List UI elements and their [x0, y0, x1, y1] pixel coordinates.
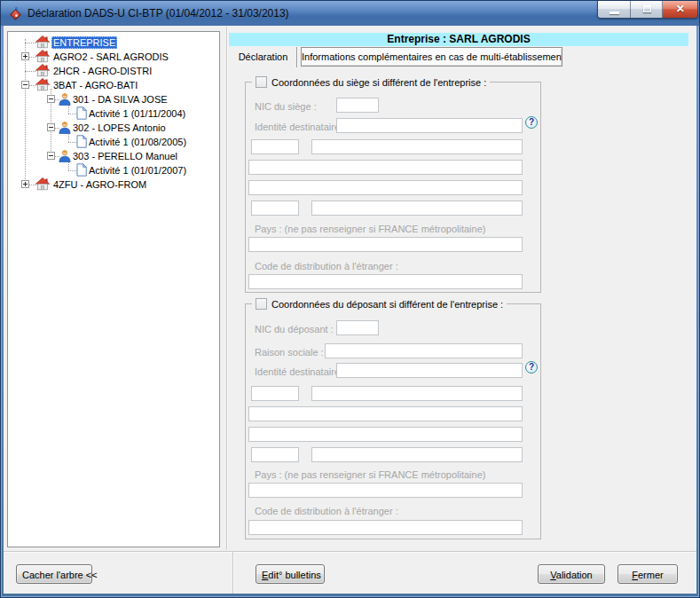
siege-pays-label: Pays : (ne pas renseigner si FRANCE métr… — [255, 224, 485, 234]
siege-nic-input[interactable] — [336, 98, 379, 113]
siege-identite-label: Identité destinataire : — [255, 122, 345, 132]
window-title: Déclaration DADS-U CI-BTP (01/04/2012 - … — [28, 1, 289, 26]
activity-icon — [76, 163, 87, 178]
siege-codepostal-input[interactable] — [251, 201, 299, 216]
siege-adresse-voie-input[interactable] — [311, 139, 523, 154]
deposant-raison-input[interactable] — [325, 343, 523, 358]
siege-code-distribution-label: Code de distribution à l'étranger : — [255, 261, 398, 271]
tree-row[interactable]: 301 - DA SILVA JOSE — [8, 92, 219, 106]
deposant-commune-input[interactable] — [311, 447, 523, 462]
deposant-identite-input[interactable] — [336, 363, 523, 378]
deposant-legend-label: Coordonnées du déposant si différent de … — [271, 299, 503, 310]
help-icon[interactable]: ? — [525, 361, 538, 374]
deposant-legend: Coordonnées du déposant si différent de … — [252, 297, 507, 311]
activity-icon — [76, 135, 87, 150]
employee-icon — [59, 149, 71, 164]
deposant-checkbox[interactable] — [256, 298, 267, 310]
tree-row[interactable]: 3BAT - AGRO-BATI — [8, 78, 219, 92]
caption-buttons: ✕ — [597, 1, 698, 19]
tree-row[interactable]: 303 - PERELLO Manuel — [8, 149, 219, 163]
footer-separator — [4, 551, 696, 552]
tab-infos-complementaires[interactable]: Informations complémentaires en cas de m… — [301, 47, 562, 67]
tree-item-salarie[interactable]: 303 - PERELLO Manuel — [71, 150, 179, 162]
tree-item-entreprise[interactable]: ENTREPRISE — [51, 36, 117, 49]
employee-icon — [59, 92, 71, 107]
tree-item-salarie[interactable]: 302 - LOPES Antonio — [71, 122, 168, 134]
panel-splitter — [226, 27, 227, 550]
tree-item-etablissement[interactable]: 4ZFU - AGRO-FROM — [51, 178, 148, 191]
siege-adresse-ligne3-input[interactable] — [248, 180, 523, 195]
siege-adresse-ligne2-input[interactable] — [248, 160, 523, 175]
siege-identite-input[interactable] — [336, 118, 523, 133]
tree-row[interactable]: Activité 1 (01/11/2004) — [8, 106, 219, 121]
tree-item-salarie[interactable]: 301 - DA SILVA JOSE — [71, 93, 169, 106]
close-button[interactable]: ✕ — [663, 1, 697, 18]
deposant-nic-input[interactable] — [336, 320, 379, 335]
deposant-adresse-ligne2-input[interactable] — [248, 406, 523, 421]
deposant-groupbox: Coordonnées du déposant si différent de … — [245, 303, 541, 539]
siege-adresse-num-input[interactable] — [251, 139, 299, 154]
tree-row[interactable]: ENTREPRISE — [8, 35, 219, 50]
employee-icon — [59, 121, 71, 136]
tree-row[interactable]: 2HCR - AGRO-DISTRI — [8, 64, 219, 78]
tree-row[interactable]: AGRO2 - SARL AGRODIS — [8, 50, 219, 64]
deposant-identite-label: Identité destinataire : — [255, 366, 345, 377]
siege-nic-label: NIC du siège : — [255, 101, 317, 112]
deposant-code-distribution-input[interactable] — [248, 520, 523, 535]
titlebar[interactable]: Déclaration DADS-U CI-BTP (01/04/2012 - … — [1, 1, 699, 26]
tree-row[interactable]: 4ZFU - AGRO-FROM — [8, 177, 219, 192]
tab-separator — [296, 47, 297, 67]
siege-pays-input[interactable] — [248, 237, 523, 252]
app-icon — [10, 7, 23, 20]
siege-legend: Coordonnées du siège si différent de l'e… — [252, 75, 490, 89]
tree-row[interactable]: 302 - LOPES Antonio — [8, 121, 219, 135]
siege-code-distribution-input[interactable] — [248, 274, 523, 289]
deposant-nic-label: NIC du déposant : — [255, 324, 334, 334]
minimize-button[interactable] — [598, 1, 631, 18]
building-icon — [35, 177, 50, 193]
deposant-adresse-num-input[interactable] — [251, 386, 299, 401]
edit-bulletins-button[interactable]: Edit° bulletins — [256, 564, 325, 584]
deposant-adresse-voie-input[interactable] — [311, 386, 523, 401]
validation-button[interactable]: Validation — [538, 564, 605, 584]
siege-groupbox: Coordonnées du siège si différent de l'e… — [245, 82, 541, 293]
deposant-code-distribution-label: Code de distribution à l'étranger : — [255, 506, 398, 516]
deposant-codepostal-input[interactable] — [251, 447, 299, 462]
hide-tree-button[interactable]: Cacher l'arbre << — [16, 564, 92, 584]
application-window: Déclaration DADS-U CI-BTP (01/04/2012 - … — [0, 0, 700, 598]
activity-icon — [76, 106, 87, 122]
close-icon: ✕ — [663, 3, 697, 15]
building-icon — [35, 64, 50, 79]
tree-item-activite[interactable]: Activité 1 (01/01/2007) — [87, 164, 188, 177]
tree-item-etablissement[interactable]: 2HCR - AGRO-DISTRI — [51, 65, 153, 77]
help-icon[interactable]: ? — [525, 116, 538, 129]
tree-item-etablissement[interactable]: AGRO2 - SARL AGRODIS — [51, 51, 170, 63]
restore-button[interactable] — [631, 1, 664, 18]
footer-divider — [232, 552, 233, 594]
deposant-pays-input[interactable] — [248, 483, 523, 498]
siege-legend-label: Coordonnées du siège si différent de l'e… — [271, 77, 486, 88]
tab-declaration[interactable]: Déclaration — [232, 48, 295, 67]
tree-item-activite[interactable]: Activité 1 (01/11/2004) — [87, 107, 187, 120]
entity-tree[interactable]: ENTREPRISE AGRO2 - SARL AGRODIS 2HCR - A… — [7, 31, 220, 547]
minimize-icon — [610, 12, 619, 14]
fermer-button[interactable]: Fermer — [617, 564, 678, 584]
tree-row[interactable]: Activité 1 (01/08/2005) — [8, 135, 219, 149]
deposant-raison-label: Raison sociale : — [255, 347, 324, 358]
building-icon — [35, 35, 50, 51]
building-icon — [35, 50, 50, 65]
deposant-adresse-ligne3-input[interactable] — [248, 427, 523, 442]
siege-checkbox[interactable] — [256, 76, 267, 88]
tree-row[interactable]: Activité 1 (01/01/2007) — [8, 163, 219, 177]
entity-header-band: Entreprise : SARL AGRODIS — [229, 33, 688, 46]
tree-item-etablissement[interactable]: 3BAT - AGRO-BATI — [51, 79, 139, 91]
siege-commune-input[interactable] — [311, 201, 523, 216]
restore-icon — [643, 5, 651, 12]
tree-item-activite[interactable]: Activité 1 (01/08/2005) — [87, 136, 188, 148]
deposant-pays-label: Pays : (ne pas renseigner si FRANCE métr… — [255, 469, 485, 480]
building-icon — [35, 78, 50, 93]
